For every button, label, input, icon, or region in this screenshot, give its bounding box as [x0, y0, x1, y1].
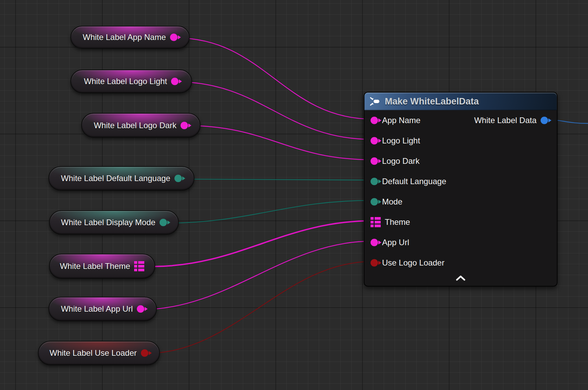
chevron-up-icon [455, 275, 466, 281]
wire-app-url[interactable] [141, 241, 372, 310]
wire-display-mode[interactable] [164, 200, 372, 223]
getter-output-pin[interactable] [170, 34, 177, 41]
make-node-header[interactable]: Make WhiteLabelData [364, 93, 557, 110]
input-pin-label: Logo Light [382, 136, 420, 145]
getter-output-pin[interactable] [174, 175, 182, 182]
getter-node-label: White Label Default Language [61, 174, 170, 183]
input-pin-label: Theme [385, 217, 410, 227]
blueprint-canvas[interactable]: White Label App NameWhite Label Logo Lig… [0, 0, 588, 390]
make-node-make-whitelabeldata[interactable]: Make WhiteLabelData App NameLogo LightLo… [364, 92, 558, 287]
output-pin-row[interactable]: White Label Data [474, 110, 548, 131]
input-pin-row[interactable]: Logo Light [364, 131, 557, 151]
input-pin-label: Default Language [382, 177, 446, 186]
getter-node-white-label-app-url[interactable]: White Label App Url [48, 297, 157, 321]
getter-node-white-label-default-language[interactable]: White Label Default Language [48, 166, 194, 191]
input-pin-row[interactable]: App Url [364, 232, 557, 253]
getter-node-label: White Label Use Loader [49, 348, 136, 358]
input-pin-label: Mode [382, 197, 402, 207]
wire-logo-dark[interactable] [185, 125, 372, 160]
getter-node-label: White Label Display Mode [61, 218, 155, 227]
output-pin-icon[interactable] [541, 117, 548, 124]
getter-node-white-label-logo-light[interactable]: White Label Logo Light [70, 70, 192, 93]
getter-output-pin[interactable] [137, 305, 144, 313]
getter-node-label: White Label App Url [61, 304, 133, 314]
input-pin-label: Logo Dark [382, 156, 420, 166]
output-pin-white-label-data[interactable] [541, 117, 548, 124]
input-pin-label: App Name [382, 116, 420, 125]
getter-output-pin[interactable] [141, 349, 148, 357]
input-pin-icon[interactable] [371, 117, 378, 124]
input-pin-icon[interactable] [371, 157, 378, 165]
getter-output-pin[interactable] [181, 122, 188, 129]
input-pin-row[interactable]: Default Language [364, 171, 557, 192]
getter-output-pin[interactable] [160, 219, 167, 226]
input-pin-icon[interactable] [371, 217, 381, 227]
input-pin-label: Use Logo Loader [382, 258, 444, 268]
getter-output-pin[interactable] [134, 261, 144, 271]
getter-node-label: White Label Theme [60, 261, 130, 271]
input-pin-icon[interactable] [371, 259, 378, 267]
input-pin-row[interactable]: Theme [364, 212, 557, 232]
wire-theme[interactable] [151, 221, 372, 267]
input-pin-row[interactable]: Logo Dark [364, 151, 557, 171]
getter-output-pin[interactable] [171, 78, 178, 85]
make-node-title: Make WhiteLabelData [385, 96, 479, 107]
input-pin-icon[interactable] [371, 178, 378, 185]
input-pin-icon[interactable] [371, 198, 378, 206]
collapse-toggle[interactable] [364, 272, 557, 285]
make-struct-icon [370, 97, 380, 106]
getter-node-white-label-app-name[interactable]: White Label App Name [70, 26, 190, 49]
wire-app-name[interactable] [176, 38, 372, 119]
input-pin-icon[interactable] [371, 239, 378, 246]
getter-node-white-label-theme[interactable]: White Label Theme [49, 254, 155, 279]
getter-node-label: White Label App Name [83, 33, 166, 42]
getter-node-white-label-use-loader[interactable]: White Label Use Loader [38, 341, 160, 365]
wire-default-language[interactable] [179, 179, 372, 180]
wire-logo-light[interactable] [175, 82, 372, 139]
getter-node-white-label-display-mode[interactable]: White Label Display Mode [49, 210, 179, 235]
input-pin-row[interactable]: Use Logo Loader [364, 253, 557, 273]
getter-node-white-label-logo-dark[interactable]: White Label Logo Dark [81, 113, 201, 138]
output-pin-label: White Label Data [474, 116, 537, 125]
input-pin-icon[interactable] [371, 137, 378, 144]
input-pin-row[interactable]: Mode [364, 192, 557, 212]
getter-node-label: White Label Logo Dark [94, 121, 176, 130]
input-pin-label: App Url [382, 238, 409, 247]
getter-node-label: White Label Logo Light [84, 77, 167, 86]
wire-use-loader[interactable] [146, 261, 372, 353]
make-node-input-pins: App NameLogo LightLogo DarkDefault Langu… [364, 110, 557, 273]
